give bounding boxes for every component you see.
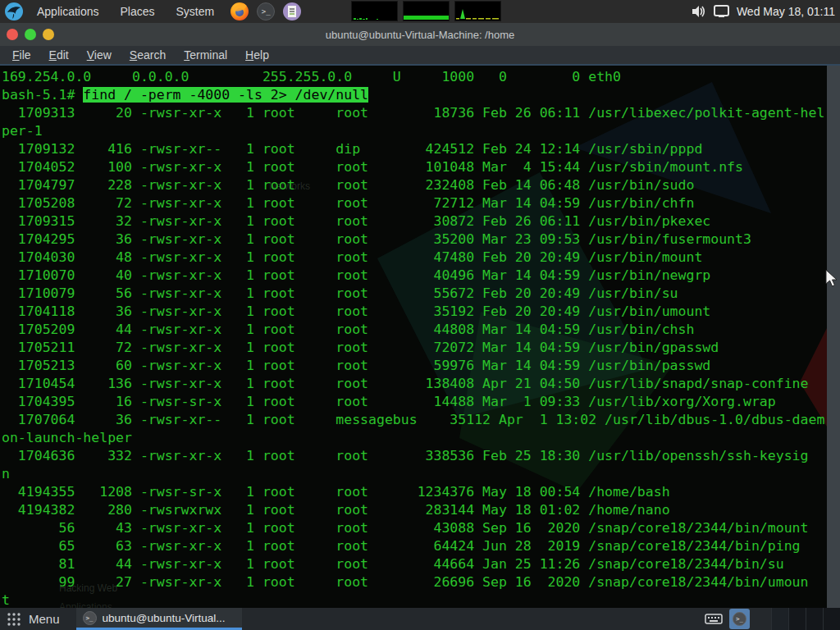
terminal-line: bash-5.1# find / -perm -4000 -ls 2> /dev…: [2, 86, 827, 104]
terminal-viewport[interactable]: Networks Hacking Web Applications 169.25…: [0, 66, 840, 608]
clock[interactable]: Wed May 18, 01:11: [737, 5, 835, 18]
terminal-line: 99 27 -rwsr-xr-x 1 root root 26696 Sep 1…: [2, 573, 827, 591]
terminal-line: on-launch-helper: [2, 429, 827, 447]
firefox-icon[interactable]: [231, 2, 249, 21]
menu-file[interactable]: File: [3, 48, 40, 62]
terminal-line: 1709132 416 -rwsr-xr-- 1 root dip 424512…: [2, 140, 827, 158]
menu-help[interactable]: Help: [236, 48, 278, 62]
desktop: Applications Places System >_: [0, 0, 840, 630]
volume-icon[interactable]: [692, 5, 706, 18]
menu-applications[interactable]: Applications: [29, 5, 107, 18]
workspace-3[interactable]: [806, 608, 823, 630]
workspace-switcher: [771, 608, 840, 630]
display-icon[interactable]: [714, 5, 729, 18]
terminal-line: 1704295 36 -rwsr-xr-x 1 root root 35200 …: [2, 231, 827, 249]
terminal-line: 1710454 136 -rwsr-xr-x 1 root root 13840…: [2, 375, 827, 393]
terminal-line: 1704797 228 -rwsr-xr-x 1 root root 23240…: [2, 176, 827, 194]
grid-menu-icon: [7, 612, 21, 627]
terminal-line: 1709315 32 -rwsr-xr-x 1 root root 30872 …: [2, 212, 827, 231]
window-title: ubuntu@ubuntu-Virtual-Machine: /home: [0, 29, 840, 41]
menu-system[interactable]: System: [168, 5, 223, 18]
terminal-line: n: [2, 465, 827, 483]
workspace-4[interactable]: [823, 608, 840, 630]
menu-places[interactable]: Places: [112, 5, 163, 18]
terminal-line: 1704118 36 -rwsr-xr-x 1 root root 35192 …: [2, 303, 827, 321]
shell-prompt: bash-5.1#: [2, 87, 83, 103]
taskbar-menu-label: Menu: [29, 612, 60, 626]
workspace-1[interactable]: [771, 608, 788, 630]
cpu-monitor-graph[interactable]: [351, 1, 398, 21]
network-monitor-graph[interactable]: [454, 1, 501, 21]
window-titlebar[interactable]: ubuntu@ubuntu-Virtual-Machine: /home: [0, 23, 840, 46]
menu-terminal[interactable]: Terminal: [175, 48, 236, 62]
terminal-menubar: File Edit View Search Terminal Help: [0, 46, 840, 66]
terminal-line: 1704636 332 -rwsr-xr-x 1 root root 33853…: [2, 447, 827, 465]
terminal-line: 1710079 56 -rwsr-xr-x 1 root root 55672 …: [2, 285, 827, 303]
terminal-line: 1704030 48 -rwsr-xr-x 1 root root 47480 …: [2, 249, 827, 267]
memory-monitor-graph[interactable]: [403, 1, 450, 21]
terminal-tray-glyph: >_: [733, 612, 746, 626]
top-panel: Applications Places System >_: [0, 0, 840, 23]
terminal-tray-icon[interactable]: >_: [729, 609, 750, 629]
terminal-line: 1704395 16 -rwsr-sr-x 1 root root 14488 …: [2, 393, 827, 411]
terminal-line: 169.254.0.0 0.0.0.0 255.255.0.0 U 1000 0…: [2, 68, 827, 86]
highlighted-command: find / -perm -4000 -ls 2> /dev/null: [83, 87, 368, 103]
menu-search[interactable]: Search: [121, 48, 175, 62]
system-monitor-applets[interactable]: [351, 1, 501, 21]
terminal-line: 1705209 44 -rwsr-xr-x 1 root root 44808 …: [2, 321, 827, 339]
terminal-scrollbar[interactable]: [827, 66, 840, 608]
keyboard-layout-icon[interactable]: [705, 613, 723, 625]
terminal-line: 1705211 72 -rwsr-xr-x 1 root root 72072 …: [2, 339, 827, 357]
taskbar-window-button[interactable]: >_ ubuntu@ubuntu-Virtual...: [76, 608, 242, 630]
terminal-line: 1707064 36 -rwsr-xr-- 1 root messagebus …: [2, 411, 827, 429]
terminal-window-icon: >_: [83, 611, 97, 625]
terminal-line: t: [2, 591, 827, 608]
terminal-line: 4194382 280 -rwsrwxrwx 1 root root 28314…: [2, 501, 827, 519]
bottom-taskbar: Menu >_ ubuntu@ubuntu-Virtual... >_: [0, 608, 840, 630]
terminal-launcher-icon[interactable]: >_: [257, 2, 275, 21]
terminal-line: 1705213 60 -rwsr-xr-x 1 root root 59976 …: [2, 357, 827, 375]
terminal-line: 1704052 100 -rwsr-xr-x 1 root root 10104…: [2, 158, 827, 176]
taskbar-menu-button[interactable]: Menu: [0, 608, 68, 630]
terminal-line: 81 44 -rwsr-xr-x 1 root root 44664 Jan 2…: [2, 555, 827, 573]
taskbar-window-label: ubuntu@ubuntu-Virtual...: [103, 612, 226, 624]
workspace-2[interactable]: [788, 608, 806, 630]
distro-logo-icon[interactable]: [4, 2, 24, 21]
terminal-line: 1710070 40 -rwsr-xr-x 1 root root 40496 …: [2, 267, 827, 285]
terminal-line: 1705208 72 -rwsr-xr-x 1 root root 72712 …: [2, 194, 827, 212]
text-editor-icon[interactable]: [283, 2, 301, 21]
terminal-line: 1709313 20 -rwsr-xr-x 1 root root 18736 …: [2, 104, 827, 122]
terminal-line: 56 43 -rwsr-xr-x 1 root root 43088 Sep 1…: [2, 519, 827, 537]
menu-view[interactable]: View: [78, 48, 121, 62]
terminal-output: 169.254.0.0 0.0.0.0 255.255.0.0 U 1000 0…: [2, 68, 827, 608]
terminal-line: 65 63 -rwsr-xr-x 1 root root 64424 Jun 2…: [2, 537, 827, 555]
menu-edit[interactable]: Edit: [40, 48, 78, 62]
terminal-line: per-1: [2, 122, 827, 140]
terminal-line: 4194355 1208 -rwsr-sr-x 1 root root 1234…: [2, 483, 827, 501]
